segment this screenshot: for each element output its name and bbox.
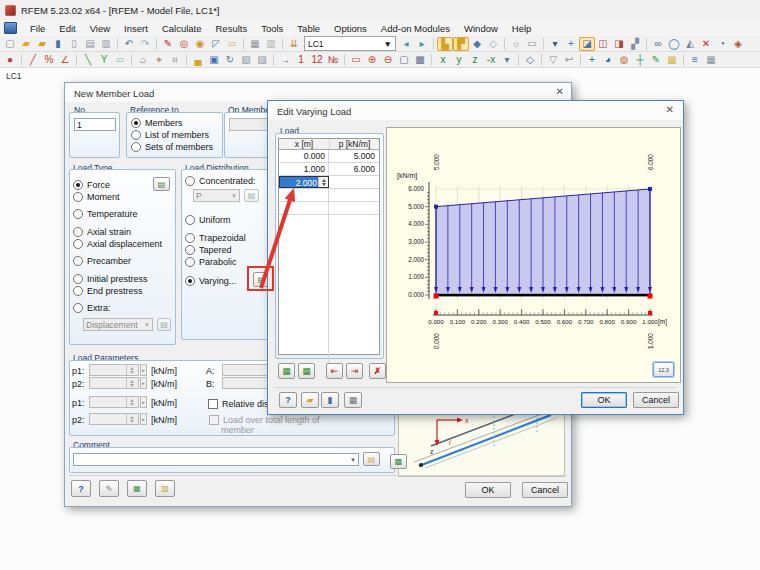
delete-row-button[interactable]: ⇥ — [346, 363, 363, 379]
p1b-field[interactable] — [89, 396, 139, 408]
radio-extra[interactable]: Extra: — [73, 303, 111, 313]
table-row-empty[interactable] — [279, 189, 379, 202]
save-to-file-button[interactable]: ▮ — [321, 392, 339, 408]
view-select-icon[interactable]: ▾ — [499, 53, 515, 67]
radio-trapezoidal[interactable]: Trapezoidal — [185, 233, 246, 243]
force-direction-button[interactable]: ▤ — [153, 177, 170, 191]
ok-button[interactable]: OK — [465, 482, 511, 498]
undo-icon[interactable]: ↶ — [121, 37, 137, 51]
radio-axial-strain[interactable]: Axial strain — [73, 227, 131, 237]
p2b-expand-button[interactable]: ▸ — [140, 413, 147, 425]
table-row[interactable]: 1.000 6.000 — [279, 163, 379, 176]
visibility-mode-icon[interactable]: ≡ — [687, 53, 703, 67]
radio-parabolic[interactable]: Parabolic — [185, 257, 237, 267]
plane-xz-icon[interactable]: ◫ — [595, 37, 611, 51]
move-nodes-icon[interactable]: ┼ — [632, 53, 648, 67]
column-header-p[interactable]: p [kN/m] — [330, 139, 379, 149]
cancel-button[interactable]: Cancel — [522, 482, 568, 498]
guidelines-icon[interactable]: ▞ — [627, 37, 643, 51]
menu-help[interactable]: Help — [505, 22, 539, 35]
quick-input-button[interactable]: ▨ — [155, 480, 175, 497]
zoom-window-icon[interactable]: ▭ — [348, 53, 364, 67]
display-values-button[interactable]: 12.3 — [653, 362, 674, 377]
table-show-icon[interactable]: ▦ — [247, 37, 263, 51]
spinner[interactable] — [126, 397, 136, 407]
p1b-expand-button[interactable]: ▸ — [140, 396, 147, 408]
redo-icon[interactable]: ↷ — [137, 37, 153, 51]
comment-notes-button[interactable]: ▤ — [363, 452, 380, 466]
mdi-child-icon[interactable] — [4, 22, 17, 34]
menu-addon-modules[interactable]: Add-on Modules — [374, 22, 457, 35]
menu-insert[interactable]: Insert — [117, 22, 155, 35]
new-file-icon[interactable]: ▢ — [2, 37, 18, 51]
comment-input[interactable]: ▼ — [73, 453, 359, 466]
radio-list-of-members[interactable]: List of members — [131, 130, 209, 140]
chain-link-icon[interactable]: ∞ — [650, 37, 666, 51]
p1-field[interactable] — [89, 364, 139, 376]
polyline-icon[interactable]: ∠ — [57, 53, 73, 67]
display-properties-icon[interactable]: ◍ — [616, 53, 632, 67]
menu-edit[interactable]: Edit — [52, 22, 82, 35]
new-load-case-icon[interactable]: ▙ — [437, 37, 453, 51]
cancel-button[interactable]: Cancel — [633, 392, 679, 408]
menu-tools[interactable]: Tools — [254, 22, 290, 35]
radio-sets-of-members[interactable]: Sets of members — [131, 142, 213, 152]
radio-tapered[interactable]: Tapered — [185, 245, 232, 255]
load-case-selector[interactable]: LC1▼ — [304, 36, 396, 51]
radio-precamber[interactable]: Precamber — [73, 256, 131, 266]
view-y-icon[interactable]: y — [451, 53, 467, 67]
new-solid-icon[interactable]: ▧ — [238, 53, 254, 67]
project-folder-icon[interactable]: ▱ — [224, 37, 240, 51]
spinner[interactable] — [126, 378, 136, 388]
new-line-icon[interactable]: ╱ — [25, 53, 41, 67]
p1-expand-button[interactable]: ▸ — [140, 364, 147, 376]
load-number-field[interactable]: 1 — [74, 118, 116, 131]
edit-marker-icon[interactable]: ✎ — [160, 37, 176, 51]
edit-varying-load-titlebar[interactable]: Edit Varying Load — [268, 101, 683, 120]
menu-window[interactable]: Window — [457, 22, 505, 35]
zoom-find-icon[interactable]: ◎ — [176, 37, 192, 51]
radio-axial-displacement[interactable]: Axial displacement — [73, 239, 162, 249]
load-over-total-length-checkbox[interactable]: Load over total length of — [209, 415, 320, 425]
divide-line-icon[interactable]: % — [41, 53, 57, 67]
open-model-icon[interactable]: ▰ — [34, 37, 50, 51]
new-block-icon[interactable]: ▄ — [190, 53, 206, 67]
menu-file[interactable]: File — [23, 22, 52, 35]
extra-edit-button[interactable]: ▤ — [157, 318, 171, 331]
select-cursor-icon[interactable]: ◸ — [208, 37, 224, 51]
radio-initial-prestress[interactable]: Initial prestress — [73, 274, 148, 284]
snap-settings-icon[interactable]: ▾ — [547, 37, 563, 51]
menu-results[interactable]: Results — [208, 22, 254, 35]
table-empty-area[interactable] — [279, 215, 329, 368]
show-loads-icon[interactable]: ◆ — [469, 37, 485, 51]
isometric-view-icon[interactable]: ◇ — [522, 53, 538, 67]
view-minus-x-icon[interactable]: -x — [483, 53, 499, 67]
print-icon[interactable]: ▤ — [82, 37, 98, 51]
add-row-above-button[interactable]: ▦ — [278, 363, 295, 379]
load-case-manager-icon[interactable]: ▛ — [453, 37, 469, 51]
numbering-all-icon[interactable]: 12 — [309, 53, 325, 67]
load-from-file-button[interactable]: ▰ — [301, 392, 319, 408]
edit-comment-button[interactable]: ✎ — [99, 480, 119, 497]
wind-generator-icon[interactable]: ☼ — [508, 37, 524, 51]
spinner[interactable] — [318, 177, 328, 187]
tables-toggle-icon[interactable]: ▦ — [703, 53, 719, 67]
add-row-below-button[interactable]: ▦ — [298, 363, 315, 379]
p2-field[interactable] — [89, 377, 139, 389]
help-button[interactable]: ? — [279, 392, 297, 408]
addon-modules-icon[interactable]: ◈ — [730, 37, 746, 51]
numbering-one-icon[interactable]: 1 — [293, 53, 309, 67]
cell-p2[interactable]: 6.000 — [329, 163, 378, 175]
concentrated-edit-button[interactable]: ▤ — [244, 189, 259, 202]
nodal-support-icon[interactable]: ⌂ — [135, 53, 151, 67]
table-hide-icon[interactable]: ▥ — [263, 37, 279, 51]
radio-varying[interactable]: Varying... — [185, 276, 236, 286]
open-folder-icon[interactable]: ▰ — [18, 37, 34, 51]
zoom-in-icon[interactable]: ⊕ — [364, 53, 380, 67]
new-surface-icon[interactable]: ▱ — [112, 53, 128, 67]
new-node-icon[interactable]: ● — [2, 53, 18, 67]
selection-box-icon[interactable]: ▣ — [206, 53, 222, 67]
draw-tool-icon[interactable]: ✎ — [648, 53, 664, 67]
insert-row-button[interactable]: ⇤ — [326, 363, 343, 379]
table-row[interactable]: 0.000 5.000 — [279, 150, 379, 163]
